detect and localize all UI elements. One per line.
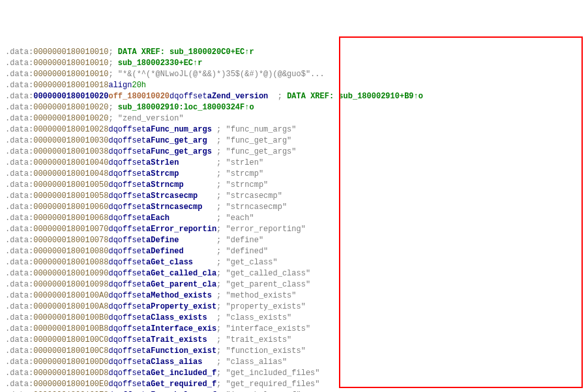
listing-row[interactable]: .data:0000000180010060 dq offset aStrnca…	[5, 202, 583, 213]
listing-row[interactable]: .data:0000000180010090 dq offset aGet_ca…	[5, 268, 583, 279]
listing-row[interactable]: .data:0000000180010058 dq offset aStrcas…	[5, 191, 583, 202]
listing-row[interactable]: .data:0000000180010020 ; sub_180002910:l…	[5, 102, 583, 113]
listing-row[interactable]: .data:0000000180010050 dq offset aStrncm…	[5, 180, 583, 191]
listing-row[interactable]: .data:0000000180010010 ; sub_180002330+E…	[5, 58, 583, 69]
listing-row[interactable]: .data:0000000180010078 dq offset aDefine…	[5, 235, 583, 246]
listing-row[interactable]: .data:00000001800100C8 dq offset aFuncti…	[5, 346, 583, 357]
listing-row[interactable]: .data:00000001800100B0 dq offset aClass_…	[5, 313, 583, 324]
listing-row[interactable]: .data:0000000180010020 off_180010020 dq …	[5, 91, 583, 102]
listing-row[interactable]: .data:0000000180010030 dq offset aFunc_g…	[5, 135, 583, 147]
listing-row[interactable]: .data:0000000180010098 dq offset aGet_pa…	[5, 279, 583, 290]
listing-row[interactable]: .data:0000000180010048 dq offset aStrcmp…	[5, 169, 583, 180]
listing-row[interactable]: .data:0000000180010080 dq offset aDefine…	[5, 246, 583, 257]
listing-row[interactable]: .data:00000001800100A0 dq offset aMethod…	[5, 290, 583, 301]
listing-row[interactable]: .data:0000000180010010 ; "*&(*^(*@NLwoJL…	[5, 69, 583, 80]
listing-row[interactable]: .data:00000001800100D0 dq offset aClass_…	[5, 357, 583, 368]
listing-row[interactable]: .data:00000001800100C0 dq offset aTrait_…	[5, 335, 583, 346]
listing-row[interactable]: .data:0000000180010028 dq offset aFunc_n…	[5, 124, 583, 135]
listing-row[interactable]: .data:0000000180010038 dq offset aFunc_g…	[5, 147, 583, 158]
listing-row[interactable]: .data:00000001800100B8 dq offset aInterf…	[5, 324, 583, 335]
disassembly-listing[interactable]: .data:0000000180010010 ; DATA XREF: sub_…	[5, 47, 583, 392]
listing-row[interactable]: .data:0000000180010040 dq offset aStrlen…	[5, 158, 583, 169]
listing-row[interactable]: .data:0000000180010010 ; DATA XREF: sub_…	[5, 47, 583, 58]
listing-row[interactable]: .data:0000000180010070 dq offset aError_…	[5, 224, 583, 235]
listing-row[interactable]: .data:00000001800100E0 dq offset aGet_re…	[5, 379, 583, 390]
listing-row[interactable]: .data:0000000180010068 dq offset aEach ;…	[5, 213, 583, 224]
listing-row[interactable]: .data:0000000180010088 dq offset aGet_cl…	[5, 257, 583, 268]
listing-row[interactable]: .data:00000001800100A8 dq offset aProper…	[5, 301, 583, 313]
listing-row[interactable]: .data:0000000180010018 align 20h	[5, 80, 583, 91]
listing-row[interactable]: .data:0000000180010020 ; "zend_version"	[5, 113, 583, 124]
listing-row[interactable]: .data:00000001800100D8 dq offset aGet_in…	[5, 368, 583, 379]
